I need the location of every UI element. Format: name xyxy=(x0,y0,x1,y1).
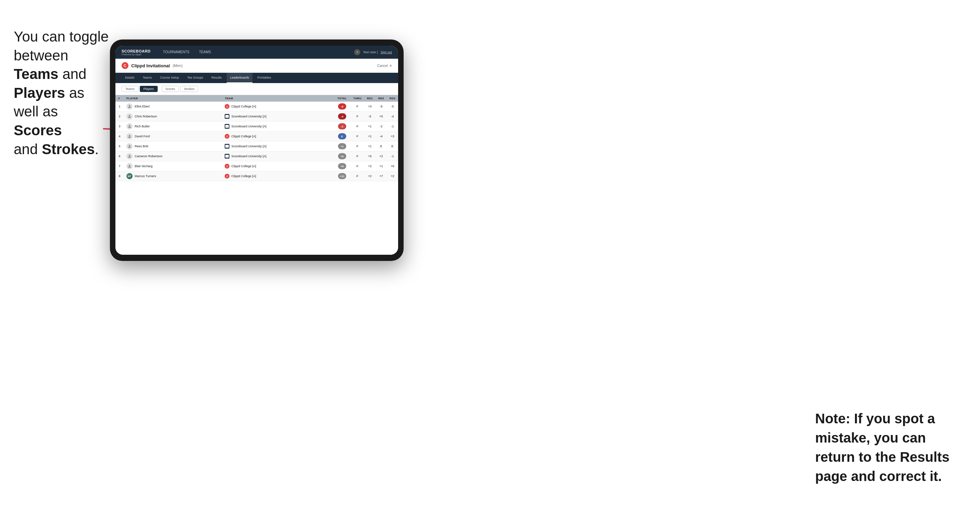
rank-cell: 5 xyxy=(115,141,124,151)
thru-cell: F xyxy=(351,111,364,122)
team-cell: Scoreboard University [A] xyxy=(222,122,333,132)
rd3-cell: +6 xyxy=(387,161,398,171)
tournament-name: Clippd Invitational xyxy=(131,63,170,68)
tab-details[interactable]: Details xyxy=(122,73,138,83)
player-cell: Cameron Robertson xyxy=(124,151,222,161)
sign-out[interactable]: Sign out xyxy=(380,51,392,54)
svg-point-6 xyxy=(129,155,130,156)
rank-cell: 1 xyxy=(115,102,124,111)
svg-point-1 xyxy=(129,105,130,106)
table-row: 5Rees BrittScoreboard University [A]+1F+… xyxy=(115,141,398,151)
table-row: 6Cameron RobertsonScoreboard University … xyxy=(115,151,398,161)
team-cell: Scoreboard University [A] xyxy=(222,111,333,122)
svg-point-4 xyxy=(129,135,130,136)
tab-leaderboards[interactable]: Leaderboards xyxy=(227,73,253,83)
player-cell: Chris Robertson xyxy=(124,111,222,122)
tab-teams[interactable]: Teams xyxy=(140,73,156,83)
rd2-cell: +7 xyxy=(375,171,387,181)
rd1-cell: -5 xyxy=(364,111,375,122)
team-cell: Scoreboard University [A] xyxy=(222,151,333,161)
tab-tee-groups[interactable]: Tee Groups xyxy=(184,73,207,83)
rd1-cell: +2 xyxy=(364,171,375,181)
tournament-logo: C xyxy=(122,62,129,69)
rank-cell: 8 xyxy=(115,171,124,181)
rd1-cell: +2 xyxy=(364,161,375,171)
col-rd2: RD2 xyxy=(375,95,387,102)
rank-cell: 6 xyxy=(115,151,124,161)
table-row: 7Blair McHargCClippd College [A]+8F+2+1+… xyxy=(115,161,398,171)
svg-point-2 xyxy=(129,115,130,116)
thru-cell: F xyxy=(351,141,364,151)
rd3-cell: -1 xyxy=(387,151,398,161)
logo-title: SCOREBOARD xyxy=(122,49,150,53)
tab-course-setup[interactable]: Course Setup xyxy=(157,73,182,83)
team-cell: CClippd College [A] xyxy=(222,102,333,111)
team-cell: CClippd College [A] xyxy=(222,132,333,141)
rd1-cell: +3 xyxy=(364,102,375,111)
table-row: 4David FordCClippd College [A]EF+1-4+3 xyxy=(115,132,398,141)
team-cell: Scoreboard University [A] xyxy=(222,141,333,151)
main-nav: TOURNAMENTS TEAMS xyxy=(158,46,354,59)
player-cell: Rees Britt xyxy=(124,141,222,151)
total-cell: +6 xyxy=(334,151,351,161)
team-cell: CClippd College [A] xyxy=(222,171,333,181)
table-row: 3Rich ButlerScoreboard University [A]-2F… xyxy=(115,122,398,132)
svg-point-7 xyxy=(129,165,130,166)
rd1-cell: +5 xyxy=(364,151,375,161)
cancel-button[interactable]: Cancel ✕ xyxy=(377,64,392,68)
tab-results[interactable]: Results xyxy=(208,73,225,83)
rd3-cell: +3 xyxy=(387,132,398,141)
total-cell: +11 xyxy=(334,171,351,181)
thru-cell: F xyxy=(351,171,364,181)
tournament-header: C Clippd Invitational (Men) Cancel ✕ xyxy=(115,59,398,73)
tab-printables[interactable]: Printables xyxy=(254,73,274,83)
rank-cell: 3 xyxy=(115,122,124,132)
sub-tab-teams[interactable]: Teams xyxy=(122,86,138,92)
col-thru: THRU xyxy=(351,95,364,102)
col-player: PLAYER xyxy=(124,95,222,102)
col-total: TOTAL xyxy=(334,95,351,102)
player-cell: Rich Butler xyxy=(124,122,222,132)
logo-sub: Powered by clippd xyxy=(122,53,150,56)
rd3-cell: +2 xyxy=(387,171,398,181)
table-row: 2Chris RobertsonScoreboard University [A… xyxy=(115,111,398,122)
player-cell: Elliot Ebert xyxy=(124,102,222,111)
table-row: 8MTMarcus TurnersCClippd College [A]+11F… xyxy=(115,171,398,181)
rd2-cell: +2 xyxy=(375,151,387,161)
col-rank: # xyxy=(115,95,124,102)
thru-cell: F xyxy=(351,132,364,141)
thru-cell: F xyxy=(351,161,364,171)
leaderboard-table: # PLAYER TEAM TOTAL THRU RD1 RD2 RD3 1El… xyxy=(115,95,398,255)
thru-cell: F xyxy=(351,151,364,161)
sub-tab-strokes[interactable]: Strokes xyxy=(180,86,199,92)
svg-point-5 xyxy=(129,145,130,146)
nav-tournaments[interactable]: TOURNAMENTS xyxy=(158,46,194,59)
rd1-cell: +1 xyxy=(364,141,375,151)
player-cell: David Ford xyxy=(124,132,222,141)
rd1-cell: +1 xyxy=(364,122,375,132)
left-annotation: You can toggle between Teams and Players… xyxy=(14,27,110,159)
rd3-cell: -1 xyxy=(387,122,398,132)
sub-tab-scores[interactable]: Scores xyxy=(162,86,179,92)
rd1-cell: +1 xyxy=(364,132,375,141)
svg-point-3 xyxy=(129,125,130,126)
ipad-frame: SCOREBOARD Powered by clippd TOURNAMENTS… xyxy=(110,40,404,261)
rd2-cell: +1 xyxy=(375,161,387,171)
rank-cell: 4 xyxy=(115,132,124,141)
tournament-title-area: C Clippd Invitational (Men) xyxy=(122,62,182,69)
rd3-cell: -4 xyxy=(387,111,398,122)
total-cell: +1 xyxy=(334,141,351,151)
rd3-cell: -5 xyxy=(387,102,398,111)
rd3-cell: E xyxy=(387,141,398,151)
player-cell: Blair McHarg xyxy=(124,161,222,171)
team-cell: CClippd College [A] xyxy=(222,161,333,171)
total-cell: -2 xyxy=(334,122,351,132)
sub-tab-players[interactable]: Players xyxy=(140,86,158,92)
navbar-right: T Test User | Sign out xyxy=(354,49,392,55)
scoreboard-logo: SCOREBOARD Powered by clippd xyxy=(122,49,150,56)
rd2-cell: +5 xyxy=(375,111,387,122)
nav-teams[interactable]: TEAMS xyxy=(194,46,216,59)
total-cell: E xyxy=(334,132,351,141)
rd2-cell: E xyxy=(375,141,387,151)
thru-cell: F xyxy=(351,122,364,132)
